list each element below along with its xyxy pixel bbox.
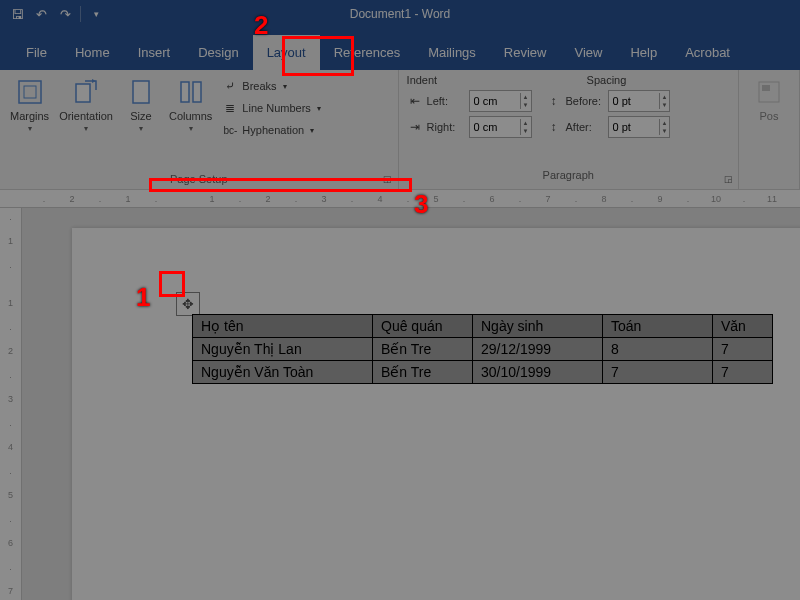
- quick-access-toolbar: 🖫 ↶ ↷ ▾: [0, 3, 107, 25]
- table-cell[interactable]: Nguyễn Văn Toàn: [193, 361, 373, 384]
- spin-down[interactable]: ▼: [521, 127, 531, 135]
- spin-up[interactable]: ▲: [521, 119, 531, 127]
- svg-rect-1: [24, 86, 36, 98]
- table-header[interactable]: Họ tên: [193, 315, 373, 338]
- spin-up[interactable]: ▲: [660, 93, 670, 101]
- group-arrange: Pos: [739, 70, 800, 189]
- svg-rect-3: [133, 81, 149, 103]
- group-label-paragraph: Paragraph: [407, 167, 730, 185]
- spin-down[interactable]: ▼: [521, 101, 531, 109]
- table-cell[interactable]: 7: [713, 361, 773, 384]
- table-move-handle[interactable]: ✥: [176, 292, 200, 316]
- orientation-icon: [70, 76, 102, 108]
- group-label-page-setup: Page Setup: [6, 171, 392, 189]
- ribbon-tabs: File Home Insert Design Layout Reference…: [0, 28, 800, 70]
- indent-left-icon: ⇤: [407, 93, 423, 109]
- title-bar: 🖫 ↶ ↷ ▾ Document1 - Word: [0, 0, 800, 28]
- breaks-button[interactable]: ⤶Breaks▾: [218, 76, 324, 96]
- tab-review[interactable]: Review: [490, 35, 561, 70]
- size-icon: [125, 76, 157, 108]
- tab-home[interactable]: Home: [61, 35, 124, 70]
- spacing-before-input[interactable]: ▲▼: [608, 90, 671, 112]
- table-cell[interactable]: 7: [603, 361, 713, 384]
- tab-acrobat[interactable]: Acrobat: [671, 35, 744, 70]
- page[interactable]: ✥ Họ tên Quê quán Ngày sinh Toán Văn Ngu…: [72, 228, 800, 600]
- table-cell[interactable]: Bến Tre: [373, 361, 473, 384]
- indent-right-input[interactable]: ▲▼: [469, 116, 532, 138]
- columns-icon: [175, 76, 207, 108]
- size-button[interactable]: Size ▾: [119, 74, 163, 135]
- svg-rect-5: [193, 82, 201, 102]
- document-title: Document1 - Word: [350, 7, 450, 21]
- tab-mailings[interactable]: Mailings: [414, 35, 490, 70]
- spacing-heading: Spacing: [587, 74, 627, 86]
- svg-rect-7: [762, 85, 770, 91]
- group-paragraph: Indent Spacing ⇤Left: ▲▼ ↕Before: ▲▼ ⇥Ri…: [399, 70, 739, 189]
- tab-file[interactable]: File: [12, 35, 61, 70]
- tab-layout[interactable]: Layout: [253, 35, 320, 70]
- tab-view[interactable]: View: [560, 35, 616, 70]
- margins-button[interactable]: Margins ▾: [6, 74, 53, 135]
- orientation-button[interactable]: Orientation ▾: [55, 74, 117, 135]
- chevron-down-icon: ▾: [28, 124, 32, 133]
- save-button[interactable]: 🖫: [6, 3, 28, 25]
- indent-right-icon: ⇥: [407, 119, 423, 135]
- indent-heading: Indent: [407, 74, 547, 86]
- table-header[interactable]: Ngày sinh: [473, 315, 603, 338]
- table-cell[interactable]: 7: [713, 338, 773, 361]
- margins-icon: [14, 76, 46, 108]
- redo-button[interactable]: ↷: [54, 3, 76, 25]
- table-row[interactable]: Nguyễn Thị Lan Bến Tre 29/12/1999 8 7: [193, 338, 773, 361]
- chevron-down-icon: ▾: [310, 126, 314, 135]
- horizontal-ruler[interactable]: .2.1.1.2.3.4.5.6.7.8.9.10.11: [0, 190, 800, 208]
- line-numbers-icon: ≣: [222, 100, 238, 116]
- spin-down[interactable]: ▼: [660, 101, 670, 109]
- document-table[interactable]: Họ tên Quê quán Ngày sinh Toán Văn Nguyễ…: [192, 314, 773, 384]
- spacing-after-input[interactable]: ▲▼: [608, 116, 671, 138]
- table-row[interactable]: Nguyễn Văn Toàn Bến Tre 30/10/1999 7 7: [193, 361, 773, 384]
- chevron-down-icon: ▾: [317, 104, 321, 113]
- group-page-setup: Margins ▾ Orientation ▾ Size ▾ Columns ▾…: [0, 70, 399, 189]
- tab-design[interactable]: Design: [184, 35, 252, 70]
- spin-down[interactable]: ▼: [660, 127, 670, 135]
- ribbon: Margins ▾ Orientation ▾ Size ▾ Columns ▾…: [0, 70, 800, 190]
- qat-customize[interactable]: ▾: [85, 3, 107, 25]
- chevron-down-icon: ▾: [283, 82, 287, 91]
- qat-separator: [80, 6, 81, 22]
- tab-insert[interactable]: Insert: [124, 35, 185, 70]
- hyphenation-button[interactable]: bc‑Hyphenation▾: [218, 120, 324, 140]
- paragraph-launcher[interactable]: ◲: [722, 173, 734, 185]
- table-cell[interactable]: Nguyễn Thị Lan: [193, 338, 373, 361]
- tab-references[interactable]: References: [320, 35, 414, 70]
- chevron-down-icon: ▾: [139, 124, 143, 133]
- table-cell[interactable]: 30/10/1999: [473, 361, 603, 384]
- svg-rect-0: [19, 81, 41, 103]
- svg-rect-4: [181, 82, 189, 102]
- spin-up[interactable]: ▲: [660, 119, 670, 127]
- position-icon: [753, 76, 785, 108]
- position-button[interactable]: Pos: [747, 74, 791, 124]
- spin-up[interactable]: ▲: [521, 93, 531, 101]
- columns-button[interactable]: Columns ▾: [165, 74, 216, 135]
- chevron-down-icon: ▾: [189, 124, 193, 133]
- table-header[interactable]: Văn: [713, 315, 773, 338]
- line-numbers-button[interactable]: ≣Line Numbers▾: [218, 98, 324, 118]
- chevron-down-icon: ▾: [84, 124, 88, 133]
- vertical-ruler[interactable]: .1.1.2.3.4.5.6.7: [0, 208, 22, 600]
- spacing-after-icon: ↕: [546, 119, 562, 135]
- table-cell[interactable]: 8: [603, 338, 713, 361]
- svg-rect-2: [76, 84, 90, 102]
- document-area[interactable]: ✥ Họ tên Quê quán Ngày sinh Toán Văn Ngu…: [22, 208, 800, 600]
- table-cell[interactable]: Bến Tre: [373, 338, 473, 361]
- table-header[interactable]: Quê quán: [373, 315, 473, 338]
- table-header-row[interactable]: Họ tên Quê quán Ngày sinh Toán Văn: [193, 315, 773, 338]
- hyphenation-icon: bc‑: [222, 122, 238, 138]
- undo-button[interactable]: ↶: [30, 3, 52, 25]
- tab-help[interactable]: Help: [616, 35, 671, 70]
- page-setup-launcher[interactable]: ◲: [382, 173, 394, 185]
- table-header[interactable]: Toán: [603, 315, 713, 338]
- table-cell[interactable]: 29/12/1999: [473, 338, 603, 361]
- spacing-before-icon: ↕: [546, 93, 562, 109]
- breaks-icon: ⤶: [222, 78, 238, 94]
- indent-left-input[interactable]: ▲▼: [469, 90, 532, 112]
